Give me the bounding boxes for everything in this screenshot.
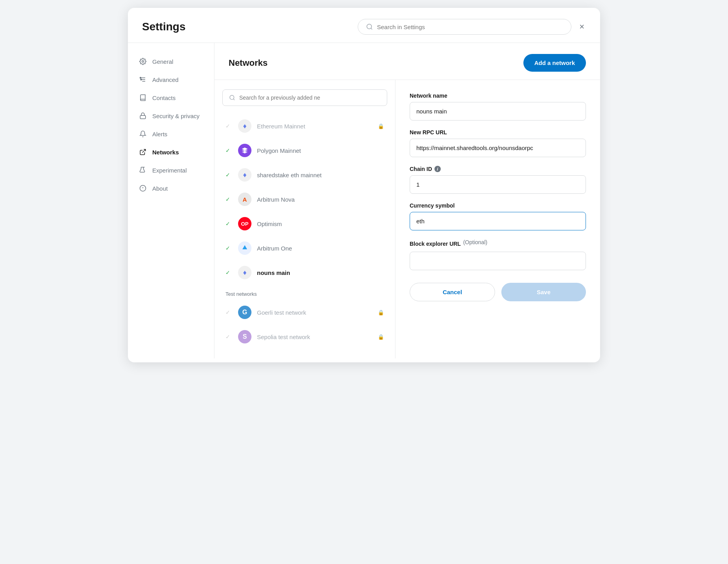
sidebar-item-label: Experimental <box>152 167 187 174</box>
lock-icon-ethereum: 🔒 <box>378 123 384 129</box>
header-search-area: × <box>358 19 586 35</box>
arbitrum-one-network-name: Arbitrum One <box>257 245 384 252</box>
search-box <box>358 19 571 35</box>
block-explorer-input[interactable] <box>410 252 586 270</box>
lock-icon-goerli: 🔒 <box>378 310 384 315</box>
form-actions: Cancel Save <box>410 283 586 301</box>
header: Settings × <box>128 8 600 43</box>
goerli-network-name: Goerli test network <box>257 309 372 316</box>
sepolia-icon: S <box>238 330 251 343</box>
check-icon-optimism: ✓ <box>225 221 233 227</box>
svg-point-6 <box>140 77 141 78</box>
plug-icon <box>139 148 147 156</box>
network-item-nouns[interactable]: ✓ ♦ nouns main <box>222 260 387 285</box>
svg-point-2 <box>142 61 144 63</box>
svg-line-1 <box>371 28 372 29</box>
currency-symbol-input[interactable] <box>410 212 586 230</box>
sidebar-item-general[interactable]: General <box>128 52 214 70</box>
network-item-polygon[interactable]: ✓ Polygon Mainnet <box>222 138 387 163</box>
add-network-button[interactable]: Add a network <box>523 54 586 72</box>
svg-point-7 <box>140 79 142 80</box>
networks-page-title: Networks <box>229 58 268 68</box>
search-icon <box>366 23 373 30</box>
sidebar-item-label: Networks <box>152 149 179 156</box>
network-search-icon <box>229 95 235 101</box>
main-content: Networks Add a network ✓ ♦ <box>214 43 600 358</box>
svg-line-15 <box>233 99 235 100</box>
network-item-goerli[interactable]: ✓ G Goerli test network 🔒 <box>222 300 387 325</box>
svg-point-0 <box>367 24 371 29</box>
ethereum-network-name: Ethereum Mainnet <box>257 123 372 130</box>
page-title: Settings <box>142 20 185 33</box>
rpc-url-label: New RPC URL <box>410 129 586 135</box>
sharedstake-network-name: sharedstake eth mainnet <box>257 172 384 178</box>
chain-id-input[interactable] <box>410 175 586 194</box>
info-circle-icon <box>139 184 147 192</box>
book-icon <box>139 94 147 102</box>
header-search-input[interactable] <box>377 24 563 30</box>
sidebar-item-label: Contacts <box>152 95 176 101</box>
sidebar-item-contacts[interactable]: Contacts <box>128 89 214 107</box>
network-search-box <box>222 89 387 106</box>
flask-icon <box>139 166 147 174</box>
check-icon-nouns: ✓ <box>225 269 233 276</box>
sidebar-item-label: Alerts <box>152 131 167 137</box>
arbitrum-nova-network-name: Arbitrum Nova <box>257 196 384 203</box>
sharedstake-icon: ♦ <box>238 168 251 182</box>
test-networks-section-label: Test networks <box>225 291 384 297</box>
check-icon-ethereum: ✓ <box>225 123 233 129</box>
network-name-input[interactable] <box>410 102 586 121</box>
currency-symbol-label: Currency symbol <box>410 202 586 209</box>
rpc-url-group: New RPC URL <box>410 129 586 157</box>
sidebar-item-experimental[interactable]: Experimental <box>128 161 214 179</box>
network-item-ethereum[interactable]: ✓ ♦ Ethereum Mainnet 🔒 <box>222 114 387 138</box>
svg-line-9 <box>142 149 146 152</box>
chain-id-info-icon[interactable]: i <box>434 166 441 172</box>
currency-symbol-group: Currency symbol <box>410 202 586 230</box>
nouns-network-name: nouns main <box>257 269 384 276</box>
settings-window: Settings × General <box>128 8 600 362</box>
sidebar-item-label: Security & privacy <box>152 113 200 119</box>
networks-list-panel: ✓ ♦ Ethereum Mainnet 🔒 ✓ Polygon <box>214 80 395 358</box>
sliders-icon <box>139 76 147 83</box>
chain-id-group: Chain ID i <box>410 166 586 194</box>
sidebar-item-label: General <box>152 58 173 65</box>
sidebar-item-security[interactable]: Security & privacy <box>128 107 214 125</box>
check-icon-sepolia: ✓ <box>225 334 233 340</box>
network-item-sepolia[interactable]: ✓ S Sepolia test network 🔒 <box>222 325 387 349</box>
network-name-group: Network name <box>410 93 586 121</box>
chain-id-label: Chain ID i <box>410 166 586 172</box>
sidebar-item-advanced[interactable]: Advanced <box>128 70 214 89</box>
network-item-arbitrum-one[interactable]: ✓ Arbitrum One <box>222 236 387 260</box>
sidebar: General Advanced Contac <box>128 43 214 358</box>
optimism-network-name: Optimism <box>257 221 384 227</box>
close-button[interactable]: × <box>578 20 586 33</box>
network-name-label: Network name <box>410 93 586 99</box>
sidebar-item-networks[interactable]: Networks <box>128 143 214 161</box>
network-item-optimism[interactable]: ✓ OP Optimism <box>222 212 387 236</box>
save-button[interactable]: Save <box>501 283 586 301</box>
nouns-icon: ♦ <box>238 266 251 279</box>
check-icon-goerli: ✓ <box>225 309 233 315</box>
gear-icon <box>139 58 147 65</box>
bell-icon <box>139 130 147 138</box>
check-icon-arbitrum-nova: ✓ <box>225 196 233 202</box>
sidebar-item-label: Advanced <box>152 76 179 83</box>
sidebar-item-alerts[interactable]: Alerts <box>128 125 214 143</box>
lock-icon <box>139 112 147 120</box>
check-icon-polygon: ✓ <box>225 147 233 154</box>
ethereum-icon: ♦ <box>238 119 251 133</box>
polygon-network-name: Polygon Mainnet <box>257 147 384 154</box>
body: General Advanced Contac <box>128 43 600 358</box>
cancel-button[interactable]: Cancel <box>410 283 495 301</box>
network-item-arbitrum-nova[interactable]: ✓ A Arbitrum Nova <box>222 187 387 212</box>
sidebar-item-about[interactable]: About <box>128 179 214 197</box>
lock-icon-sepolia: 🔒 <box>378 334 384 340</box>
block-explorer-optional: (Optional) <box>463 239 487 245</box>
goerli-icon: G <box>238 306 251 319</box>
main-header: Networks Add a network <box>214 43 600 80</box>
svg-point-14 <box>230 95 234 100</box>
rpc-url-input[interactable] <box>410 139 586 157</box>
network-search-input[interactable] <box>239 95 381 101</box>
network-item-sharedstake[interactable]: ✓ ♦ sharedstake eth mainnet <box>222 163 387 187</box>
